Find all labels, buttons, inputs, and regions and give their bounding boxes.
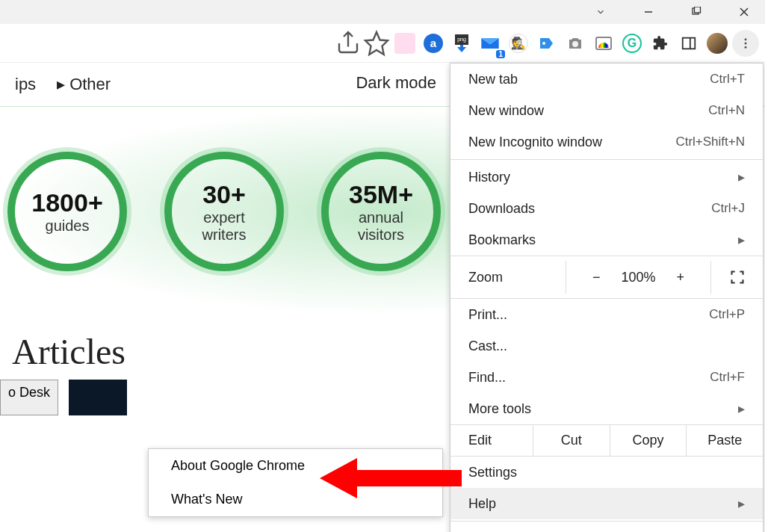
menu-new-incognito[interactable]: New Incognito windowCtrl+Shift+N [450, 126, 763, 158]
browser-toolbar: a png 1 🕵️ G [0, 24, 765, 63]
zoom-in-button[interactable]: + [677, 270, 685, 285]
stat-num: 30+ [202, 180, 246, 209]
menu-zoom: Zoom − 100% + [450, 256, 763, 299]
stat-num: 35M+ [349, 180, 413, 209]
extension-blank-icon[interactable] [391, 30, 418, 57]
svg-marker-5 [365, 32, 388, 55]
menu-label: Bookmarks [468, 232, 536, 248]
menu-label: New window [468, 103, 544, 119]
menu-shortcut: Ctrl+F [710, 370, 745, 385]
stat-label: expert writers [202, 209, 247, 244]
nav-other-label: Other [69, 75, 111, 94]
submenu-arrow-icon: ▸ [738, 232, 745, 248]
menu-separator [450, 159, 763, 160]
svg-rect-2 [695, 7, 701, 13]
menu-help[interactable]: Help▸ [450, 488, 763, 519]
stat-guides: 1800+guides [7, 152, 127, 271]
extension-camera-icon[interactable] [562, 30, 589, 57]
svg-point-12 [745, 46, 747, 48]
menu-more-tools[interactable]: More tools▸ [450, 393, 763, 424]
tab-dropdown-icon[interactable] [586, 0, 616, 24]
menu-label: Print... [468, 307, 507, 323]
submenu-arrow-icon: ▸ [738, 169, 745, 185]
stat-label: guides [46, 217, 90, 235]
menu-label: Cast... [468, 338, 507, 354]
svg-point-10 [745, 38, 747, 40]
menu-shortcut: Ctrl+P [709, 307, 745, 322]
menu-exit[interactable]: Exit [450, 523, 763, 532]
mail-badge: 1 [496, 50, 505, 58]
close-button[interactable] [729, 0, 759, 24]
extension-a-icon[interactable]: a [420, 30, 447, 57]
edit-paste-button[interactable]: Paste [686, 425, 763, 456]
nav-tips[interactable]: ips [15, 75, 36, 94]
menu-new-tab[interactable]: New tabCtrl+T [450, 64, 763, 95]
menu-separator [450, 521, 763, 522]
side-panel-icon[interactable] [675, 30, 702, 57]
menu-label: New Incognito window [468, 134, 602, 150]
article-thumbnail[interactable] [69, 380, 127, 415]
stat-writers: 30+expert writers [164, 152, 284, 271]
menu-settings[interactable]: Settings [450, 457, 763, 488]
menu-bookmarks[interactable]: Bookmarks▸ [450, 224, 763, 256]
submenu-arrow-icon: ▸ [738, 400, 745, 417]
svg-point-6 [542, 42, 545, 45]
menu-print[interactable]: Print...Ctrl+P [450, 299, 763, 330]
profile-avatar[interactable] [704, 30, 731, 57]
bookmark-star-icon[interactable] [363, 30, 390, 57]
edit-copy-button[interactable]: Copy [610, 425, 687, 456]
fullscreen-button[interactable] [710, 261, 763, 294]
menu-cast[interactable]: Cast... [450, 330, 763, 362]
zoom-value: 100% [621, 270, 655, 285]
menu-label: Find... [468, 370, 506, 386]
menu-label: What's New [171, 492, 242, 507]
svg-rect-8 [683, 37, 696, 49]
nav-other[interactable]: ▸Other [57, 75, 111, 94]
menu-label: Downloads [468, 201, 535, 217]
menu-history[interactable]: History▸ [450, 161, 763, 193]
svg-point-7 [572, 41, 578, 47]
submenu-whats-new[interactable]: What's New [149, 483, 442, 516]
caret-icon: ▸ [57, 75, 65, 94]
menu-label: Help [468, 496, 496, 512]
share-icon[interactable] [335, 30, 362, 57]
maximize-button[interactable] [681, 0, 711, 24]
help-submenu: About Google Chrome What's New [148, 448, 443, 517]
extension-grammarly-icon[interactable]: G [619, 30, 645, 57]
extension-tag-icon[interactable] [533, 30, 560, 57]
menu-label: History [468, 170, 510, 185]
edit-label: Edit [450, 425, 533, 456]
extensions-button[interactable] [647, 30, 674, 57]
menu-label: More tools [468, 401, 531, 417]
stat-num: 1800+ [31, 188, 103, 217]
desk-button[interactable]: o Desk [0, 380, 58, 415]
svg-point-11 [745, 42, 747, 44]
edit-cut-button[interactable]: Cut [533, 425, 610, 456]
chrome-menu-button[interactable] [732, 30, 759, 57]
extension-rainbow-icon[interactable] [590, 30, 617, 57]
stat-label: annual visitors [358, 209, 404, 244]
dark-mode-toggle[interactable]: Dark mode [356, 73, 436, 93]
menu-label: Settings [468, 465, 517, 480]
zoom-label: Zoom [468, 270, 566, 285]
extension-mail-icon[interactable]: 1 [477, 30, 504, 57]
menu-label: New tab [468, 72, 518, 87]
extension-spy-icon[interactable]: 🕵️ [505, 30, 532, 57]
extension-png-icon[interactable]: png [448, 30, 475, 57]
menu-label: About Google Chrome [171, 458, 305, 474]
menu-shortcut: Ctrl+N [708, 103, 745, 118]
menu-shortcut: Ctrl+T [710, 72, 745, 87]
nav-tips-label: ips [15, 75, 36, 94]
zoom-out-button[interactable]: − [592, 270, 601, 285]
menu-shortcut: Ctrl+J [711, 201, 745, 216]
chrome-menu: New tabCtrl+T New windowCtrl+N New Incog… [450, 63, 764, 532]
menu-downloads[interactable]: DownloadsCtrl+J [450, 193, 763, 224]
menu-new-window[interactable]: New windowCtrl+N [450, 95, 763, 126]
minimize-button[interactable] [634, 0, 663, 24]
menu-edit-row: Edit Cut Copy Paste [450, 424, 763, 457]
menu-find[interactable]: Find...Ctrl+F [450, 362, 763, 393]
submenu-arrow-icon: ▸ [738, 495, 745, 512]
stat-visitors: 35M+annual visitors [321, 152, 441, 271]
menu-shortcut: Ctrl+Shift+N [675, 134, 745, 149]
submenu-about-chrome[interactable]: About Google Chrome [149, 449, 442, 483]
